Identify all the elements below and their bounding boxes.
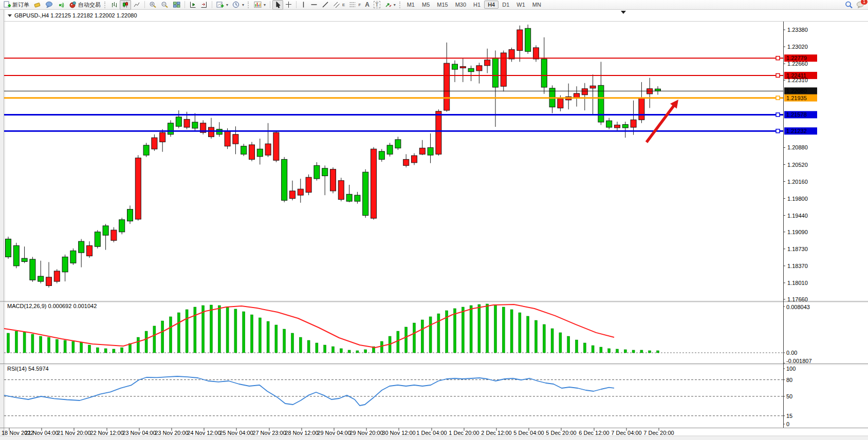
crosshair-tool-button[interactable] — [283, 0, 294, 10]
timeframe-button-m5[interactable]: M5 — [418, 1, 433, 9]
candlestick — [184, 119, 190, 127]
line-chart-button[interactable] — [131, 0, 142, 10]
chart-area[interactable]: GBPUSD-,H4 1.22125 1.22182 1.22002 1.220… — [0, 10, 868, 440]
macd-histogram-bar — [348, 350, 350, 353]
price-axis-label: 1.20880 — [787, 144, 808, 150]
macd-histogram-bar — [640, 350, 643, 353]
line-endpoint-marker[interactable] — [776, 129, 780, 133]
candlestick — [192, 122, 198, 128]
cursor-tool-button[interactable] — [272, 0, 283, 10]
timeframe-button-mn[interactable]: MN — [529, 1, 545, 9]
date-axis-label: 29 Nov 20:00 — [349, 430, 383, 436]
annotation-arrow-shaft[interactable] — [647, 105, 675, 142]
macd-histogram-bar — [649, 351, 651, 353]
period-clock-button[interactable]: ▾ — [230, 0, 246, 10]
macd-histogram-bar — [267, 321, 269, 353]
timeframe-button-h4[interactable]: H4 — [484, 1, 498, 9]
line-endpoint-marker[interactable] — [776, 113, 780, 117]
text-tool-button[interactable]: A — [363, 0, 372, 10]
candlestick — [509, 50, 514, 59]
zoom-in-button[interactable] — [147, 0, 159, 10]
macd-histogram-bar — [226, 307, 229, 353]
new-order-button[interactable]: 新订单 — [2, 0, 31, 10]
date-axis-label: 28 Nov 12:00 — [285, 430, 318, 436]
macd-histogram-bar — [258, 318, 261, 353]
macd-label: MACD(12,26,9) 0.000692 0.001042 — [7, 303, 97, 309]
mt4-window: 新订单 自动交易 — [0, 0, 868, 440]
symbol-dropdown-icon[interactable] — [8, 14, 12, 17]
dropdown-caret: ▾ — [242, 3, 244, 7]
candlestick — [412, 156, 417, 163]
notifications-button[interactable]: 1 — [856, 1, 865, 9]
candlestick — [241, 146, 247, 155]
toolbar-drag-handle[interactable] — [104, 2, 107, 8]
timeframe-button-m1[interactable]: M1 — [403, 1, 418, 9]
timeframe-button-m30[interactable]: M30 — [452, 1, 470, 9]
candlestick — [615, 125, 620, 128]
line-endpoint-marker[interactable] — [776, 56, 780, 60]
toolbar-drag-handle[interactable] — [248, 2, 250, 8]
macd-histogram-bar — [194, 307, 196, 353]
candlestick — [428, 147, 433, 155]
macd-histogram-bar — [7, 333, 10, 353]
text-label-tool-button[interactable]: T — [372, 0, 382, 10]
auto-scroll-button[interactable] — [187, 0, 198, 10]
signal-button[interactable] — [55, 0, 67, 10]
chat-button[interactable] — [43, 0, 55, 10]
macd-histogram-bar — [96, 348, 99, 353]
toolbar-separator — [184, 1, 185, 8]
main-toolbar: 新订单 自动交易 — [0, 0, 868, 10]
candlestick — [87, 245, 93, 256]
fibonacci-tool-button[interactable]: F — [347, 0, 363, 10]
line-endpoint-marker[interactable] — [776, 96, 780, 100]
macd-histogram-bar — [72, 341, 75, 353]
timeframe-button-m15[interactable]: M15 — [433, 1, 451, 9]
chart-shift-icon — [200, 1, 208, 8]
date-axis-label: 22 Nov 12:00 — [90, 430, 123, 436]
date-axis-label: 30 Nov 12:00 — [382, 430, 415, 436]
macd-histogram-bar — [356, 351, 359, 353]
bar-chart-icon — [110, 1, 118, 8]
status-strip — [0, 436, 868, 440]
chart-title: GBPUSD-,H4 1.22125 1.22182 1.22002 1.220… — [14, 12, 137, 18]
macd-histogram-bar — [616, 349, 619, 353]
vertical-line-tool-button[interactable] — [299, 0, 308, 10]
candlestick — [444, 63, 450, 110]
bar-chart-button[interactable] — [108, 0, 120, 10]
candlestick — [517, 30, 523, 50]
chat-icon — [45, 1, 53, 8]
eraser-button[interactable] — [31, 0, 43, 10]
autotrading-button[interactable]: 自动交易 — [67, 0, 103, 10]
tile-windows-button[interactable] — [171, 0, 182, 10]
arrows-tool-button[interactable]: ▾ — [382, 0, 398, 10]
horizontal-line-tool-button[interactable] — [308, 0, 320, 10]
candlestick — [160, 132, 165, 142]
channel-tool-button[interactable]: E — [331, 0, 347, 10]
candlestick — [355, 195, 360, 201]
chart-shift-button[interactable] — [198, 0, 210, 10]
macd-histogram-bar — [15, 331, 17, 353]
date-axis-label: 1 Dec 20:00 — [449, 430, 479, 436]
date-axis-label: 2 Dec 12:00 — [481, 430, 511, 436]
line-endpoint-marker[interactable] — [776, 73, 780, 77]
zoom-out-button[interactable] — [159, 0, 171, 10]
date-axis-label: 5 Dec 04:00 — [513, 430, 544, 436]
timeframe-button-w1[interactable]: W1 — [513, 1, 529, 9]
price-axis-label: 1.20160 — [787, 179, 808, 185]
macd-histogram-bar — [624, 350, 626, 353]
macd-histogram-bar — [567, 336, 570, 353]
add-indicator-button[interactable]: ▾ — [214, 0, 230, 10]
candlestick — [249, 145, 255, 159]
search-icon[interactable] — [845, 1, 853, 9]
price-axis-label: 1.22310 — [787, 77, 808, 83]
chart-scroll-marker[interactable] — [621, 11, 626, 14]
trendline-tool-button[interactable] — [320, 0, 331, 10]
macd-histogram-bar — [316, 343, 318, 353]
timeframe-button-h1[interactable]: H1 — [470, 1, 484, 9]
indicator-list-button[interactable]: ▾ — [252, 0, 268, 10]
arrows-tool-icon — [384, 1, 392, 8]
toolbar-drag-handle[interactable] — [399, 2, 402, 8]
candlestick-chart-button[interactable] — [120, 0, 131, 10]
date-axis-label: 24 Nov 12:00 — [187, 430, 220, 436]
timeframe-button-d1[interactable]: D1 — [498, 1, 513, 9]
